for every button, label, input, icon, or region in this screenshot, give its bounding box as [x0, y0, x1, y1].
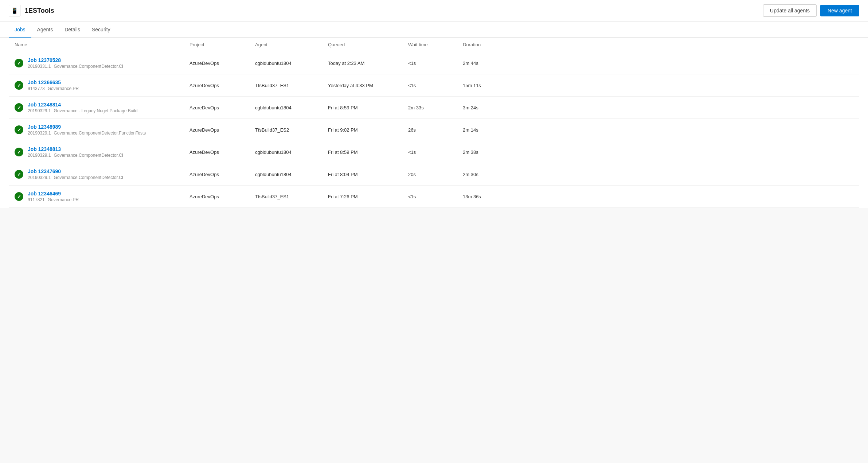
- job-subtitle: 20190329.1 Governance.ComponentDetector.…: [28, 153, 123, 158]
- table-row[interactable]: Job 12346469 9117821 Governance.PR Azure…: [9, 186, 859, 208]
- duration-cell: 2m 30s: [463, 172, 517, 177]
- name-cell: Job 12347690 20190329.1 Governance.Compo…: [15, 168, 189, 180]
- job-pipeline: Governance.ComponentDetector.CI: [54, 175, 123, 180]
- job-build-number: 20190329.1: [28, 108, 51, 113]
- queued-cell: Yesterday at 4:33 PM: [328, 83, 408, 88]
- job-title[interactable]: Job 12366635: [28, 79, 79, 85]
- tab-agents[interactable]: Agents: [31, 22, 59, 38]
- duration-cell: 3m 24s: [463, 105, 517, 110]
- duration-cell: 2m 38s: [463, 149, 517, 155]
- success-icon: [15, 125, 23, 134]
- queued-cell: Fri at 7:26 PM: [328, 194, 408, 199]
- job-subtitle: 20190331.1 Governance.ComponentDetector.…: [28, 64, 123, 69]
- table-row[interactable]: Job 12370528 20190331.1 Governance.Compo…: [9, 52, 859, 74]
- project-cell: AzureDevOps: [189, 149, 255, 155]
- wait-time-cell: <1s: [408, 61, 463, 66]
- col-duration: Duration: [463, 42, 517, 47]
- agent-cell: cgbldubuntu1804: [255, 61, 328, 66]
- table-row[interactable]: Job 12347690 20190329.1 Governance.Compo…: [9, 163, 859, 186]
- duration-cell: 15m 11s: [463, 83, 517, 88]
- col-queued: Queued: [328, 42, 408, 47]
- project-cell: AzureDevOps: [189, 172, 255, 177]
- success-icon: [15, 148, 23, 156]
- name-cell: Job 12370528 20190331.1 Governance.Compo…: [15, 57, 189, 69]
- tab-jobs[interactable]: Jobs: [9, 22, 31, 38]
- table-row[interactable]: Job 12348814 20190329.1 Governance - Leg…: [9, 97, 859, 119]
- project-cell: AzureDevOps: [189, 61, 255, 66]
- job-build-number: 9117821: [28, 197, 45, 202]
- app-header: 📱 1ESTools Update all agents New agent: [0, 0, 868, 22]
- tab-security[interactable]: Security: [86, 22, 116, 38]
- agent-cell: cgbldubuntu1804: [255, 149, 328, 155]
- job-pipeline: Governance.PR: [48, 197, 79, 202]
- header-right: Update all agents New agent: [763, 4, 859, 17]
- agent-cell: TfsBuild37_ES1: [255, 194, 328, 199]
- job-build-number: 20190329.1: [28, 131, 51, 136]
- job-title[interactable]: Job 12346469: [28, 191, 79, 197]
- job-title[interactable]: Job 12348813: [28, 146, 123, 152]
- table-row[interactable]: Job 12348989 20190329.1 Governance.Compo…: [9, 119, 859, 141]
- job-info: Job 12370528 20190331.1 Governance.Compo…: [28, 57, 123, 69]
- header-left: 📱 1ESTools: [9, 5, 54, 16]
- job-title[interactable]: Job 12348989: [28, 124, 146, 130]
- new-agent-button[interactable]: New agent: [820, 5, 859, 16]
- name-cell: Job 12346469 9117821 Governance.PR: [15, 191, 189, 202]
- job-title[interactable]: Job 12348814: [28, 102, 138, 108]
- job-subtitle: 9117821 Governance.PR: [28, 197, 79, 202]
- project-cell: AzureDevOps: [189, 194, 255, 199]
- col-agent: Agent: [255, 42, 328, 47]
- project-cell: AzureDevOps: [189, 127, 255, 133]
- job-info: Job 12348989 20190329.1 Governance.Compo…: [28, 124, 146, 136]
- tab-bar: Jobs Agents Details Security: [0, 22, 868, 38]
- agent-cell: TfsBuild37_ES1: [255, 83, 328, 88]
- agent-cell: TfsBuild37_ES2: [255, 127, 328, 133]
- job-title[interactable]: Job 12347690: [28, 168, 123, 174]
- duration-cell: 13m 36s: [463, 194, 517, 199]
- app-title: 1ESTools: [25, 7, 54, 15]
- wait-time-cell: <1s: [408, 83, 463, 88]
- job-pipeline: Governance.ComponentDetector.CI: [54, 153, 123, 158]
- job-info: Job 12366635 9143773 Governance.PR: [28, 79, 79, 91]
- success-icon: [15, 170, 23, 179]
- job-subtitle: 20190329.1 Governance.ComponentDetector.…: [28, 131, 146, 136]
- queued-cell: Fri at 8:59 PM: [328, 149, 408, 155]
- project-cell: AzureDevOps: [189, 105, 255, 110]
- col-project: Project: [189, 42, 255, 47]
- wait-time-cell: 26s: [408, 127, 463, 133]
- tab-details[interactable]: Details: [59, 22, 86, 38]
- job-build-number: 9143773: [28, 86, 45, 91]
- success-icon: [15, 81, 23, 90]
- job-pipeline: Governance - Legacy Nuget Package Build: [54, 108, 137, 113]
- duration-cell: 2m 44s: [463, 61, 517, 66]
- queued-cell: Fri at 8:04 PM: [328, 172, 408, 177]
- job-build-number: 20190331.1: [28, 64, 51, 69]
- table-row[interactable]: Job 12366635 9143773 Governance.PR Azure…: [9, 74, 859, 97]
- success-icon: [15, 59, 23, 67]
- job-pipeline: Governance.ComponentDetector.CI: [54, 64, 123, 69]
- job-info: Job 12348814 20190329.1 Governance - Leg…: [28, 102, 138, 113]
- name-cell: Job 12348813 20190329.1 Governance.Compo…: [15, 146, 189, 158]
- wait-time-cell: 2m 33s: [408, 105, 463, 110]
- queued-cell: Today at 2:23 AM: [328, 61, 408, 66]
- update-all-agents-button[interactable]: Update all agents: [763, 4, 817, 17]
- job-pipeline: Governance.ComponentDetector.FunctionTes…: [54, 131, 146, 136]
- table-row[interactable]: Job 12348813 20190329.1 Governance.Compo…: [9, 141, 859, 163]
- success-icon: [15, 103, 23, 112]
- project-cell: AzureDevOps: [189, 83, 255, 88]
- job-info: Job 12346469 9117821 Governance.PR: [28, 191, 79, 202]
- wait-time-cell: <1s: [408, 149, 463, 155]
- table-header: Name Project Agent Queued Wait time Dura…: [9, 38, 859, 52]
- wait-time-cell: 20s: [408, 172, 463, 177]
- job-title[interactable]: Job 12370528: [28, 57, 123, 63]
- table-body: Job 12370528 20190331.1 Governance.Compo…: [9, 52, 859, 208]
- app-icon: 📱: [9, 5, 20, 16]
- col-name: Name: [15, 42, 189, 47]
- agent-cell: cgbldubuntu1804: [255, 172, 328, 177]
- agent-cell: cgbldubuntu1804: [255, 105, 328, 110]
- job-pipeline: Governance.PR: [48, 86, 79, 91]
- name-cell: Job 12348814 20190329.1 Governance - Leg…: [15, 102, 189, 113]
- job-subtitle: 9143773 Governance.PR: [28, 86, 79, 91]
- jobs-table: Name Project Agent Queued Wait time Dura…: [9, 38, 859, 208]
- col-wait-time: Wait time: [408, 42, 463, 47]
- queued-cell: Fri at 8:59 PM: [328, 105, 408, 110]
